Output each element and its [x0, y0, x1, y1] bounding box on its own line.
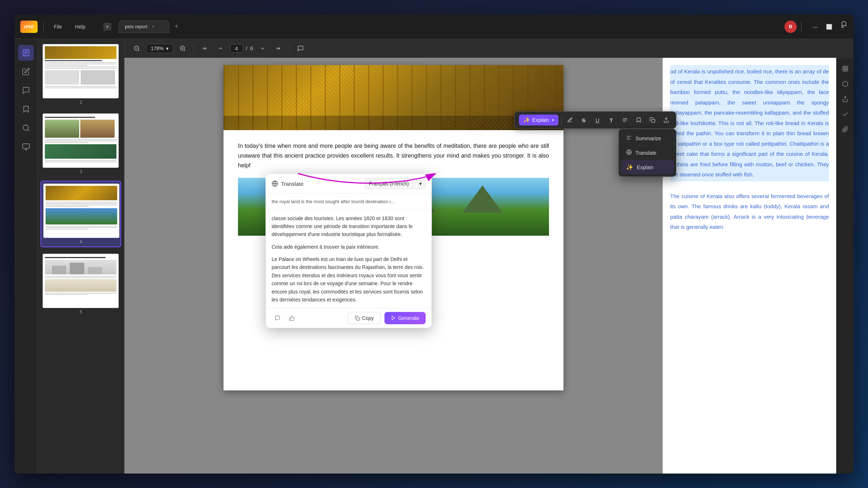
thumb-image-4: [43, 184, 119, 238]
right-action-chart[interactable]: [839, 62, 852, 75]
next-page-btn[interactable]: [256, 42, 269, 55]
translate-label-btn[interactable]: Translate: [272, 180, 303, 187]
title-bar: UPDF File Help ▾ pets report × + B — ⬜ ✕: [14, 14, 854, 39]
right-action-share[interactable]: [839, 93, 852, 106]
lang-arrow-icon: ▾: [419, 181, 422, 187]
export-icon[interactable]: [661, 115, 672, 125]
right-text-panel: od of Kerala is unpolished rice. boiled …: [663, 58, 836, 474]
thumb-page-number-5: 5: [43, 309, 119, 314]
underline-icon[interactable]: U: [592, 115, 603, 125]
prev-page-btn[interactable]: [214, 42, 227, 55]
explain-menu-icon: ✨: [626, 164, 633, 171]
right-action-3d[interactable]: [839, 77, 852, 90]
strikethrough-icon[interactable]: S: [578, 115, 589, 125]
thumb-page-number-4: 4: [43, 239, 118, 244]
sidebar-icon-bookmark[interactable]: [18, 101, 34, 117]
help-menu[interactable]: Help: [71, 22, 90, 32]
menu-summarize[interactable]: Summarize: [621, 131, 674, 146]
tab-pets-report[interactable]: pets report ×: [119, 21, 169, 33]
pdf-text-content: In today's time when more and more peopl…: [238, 143, 549, 168]
translated-para-2: Cela aide également à trouver la paix in…: [272, 243, 426, 251]
current-page-input[interactable]: [230, 44, 243, 53]
first-page-btn[interactable]: [198, 42, 211, 55]
floating-toolbar: ✨ Explain ▾ S U T: [514, 111, 676, 129]
title-divider: [43, 21, 44, 32]
svg-rect-34: [357, 318, 359, 321]
main-layout: 2: [14, 39, 854, 474]
translated-text: classe sociale des touristes. Les années…: [266, 210, 431, 308]
tab-close-btn[interactable]: ×: [150, 24, 156, 30]
last-page-btn[interactable]: [272, 42, 285, 55]
translated-para-1: classe sociale des touristes. Les années…: [272, 214, 426, 239]
copy-button[interactable]: Copy: [348, 312, 381, 324]
source-text: the royal land is the most sought after …: [266, 194, 431, 210]
minimize-btn[interactable]: —: [810, 22, 820, 32]
svg-rect-37: [843, 66, 848, 71]
pdf-main-text: In today's time when more and more peopl…: [238, 141, 549, 171]
page-separator: /: [246, 46, 247, 51]
menu-translate[interactable]: Translate: [621, 146, 674, 160]
translated-para-3: Le Palace on Wheels est un train de luxe…: [272, 255, 426, 304]
svg-marker-35: [392, 316, 395, 320]
tab-add-btn[interactable]: +: [171, 21, 182, 33]
tab-container: pets report × +: [119, 21, 182, 33]
sidebar-icon-search[interactable]: [18, 120, 34, 136]
footer-chat-icon[interactable]: [272, 312, 283, 324]
right-action-panel: [836, 58, 854, 474]
menu-explain[interactable]: ✨ Explain: [621, 160, 674, 174]
footer-actions: Copy Generate: [348, 312, 426, 324]
text-color-icon[interactable]: T: [606, 115, 617, 125]
content-area: 178% ▾: [124, 39, 854, 474]
kerala-text-normal: The cuisine of Kerala also offers severa…: [670, 191, 829, 232]
toolbar: 178% ▾: [124, 39, 854, 58]
thumbnail-page-5[interactable]: 5: [41, 252, 121, 317]
toolbar-divider: [561, 116, 562, 124]
thumbnail-page-3[interactable]: 3: [41, 111, 121, 176]
thumb-image-5: [43, 254, 119, 308]
zoom-out-btn[interactable]: [130, 42, 143, 55]
align-icon[interactable]: [620, 115, 630, 125]
svg-line-13: [184, 50, 185, 51]
generate-button[interactable]: Generate: [384, 312, 426, 324]
sidebar-icon-edit[interactable]: [18, 64, 34, 80]
thumbnail-panel[interactable]: 2: [38, 39, 124, 474]
page-navigation: / 6: [230, 44, 253, 53]
comment-btn[interactable]: [294, 42, 307, 55]
thumb-page-number-2: 2: [43, 100, 119, 105]
translate-icon: [626, 149, 632, 157]
thumb-image-3: [43, 114, 119, 168]
page-header-image: [224, 65, 563, 130]
explain-btn[interactable]: ✨ Explain ▾: [519, 115, 558, 125]
language-value: Français (French): [369, 181, 409, 187]
total-pages: 6: [250, 46, 253, 51]
language-select[interactable]: Français (French) ▾: [365, 178, 426, 189]
maximize-btn[interactable]: ⬜: [824, 22, 834, 32]
thumbnail-page-4[interactable]: 4: [41, 181, 121, 247]
updf-logo: UPDF: [20, 21, 38, 33]
translate-header-label: Translate: [281, 181, 303, 187]
sidebar-icon-comment[interactable]: [18, 82, 34, 98]
right-action-clip[interactable]: [839, 123, 852, 136]
svg-rect-6: [22, 144, 29, 149]
translate-label: Translate: [635, 150, 656, 156]
explain-icon: ✨: [523, 117, 530, 123]
tab-label: pets report: [125, 24, 147, 29]
file-menu[interactable]: File: [50, 22, 67, 32]
svg-rect-25: [652, 119, 655, 123]
thumbnail-page-2[interactable]: 2: [41, 42, 121, 107]
pdf-viewer[interactable]: In today's time when more and more peopl…: [124, 58, 854, 474]
zoom-display[interactable]: 178% ▾: [146, 44, 173, 53]
footer-thumb-icon[interactable]: [286, 312, 298, 324]
sidebar-icon-pages[interactable]: [18, 139, 34, 155]
kerala-text-part1: od of Kerala is unpolished rice. boiled …: [670, 68, 829, 177]
explain-menu-label: Explain: [637, 164, 654, 170]
sidebar-icon-document[interactable]: [18, 45, 34, 61]
bookmark-icon[interactable]: [633, 115, 644, 125]
highlight-icon[interactable]: [565, 115, 575, 125]
copy-format-icon[interactable]: [647, 115, 658, 125]
app-window: UPDF File Help ▾ pets report × + B — ⬜ ✕: [14, 14, 854, 474]
explain-label: Explain: [532, 117, 549, 123]
user-avatar[interactable]: B: [784, 21, 797, 33]
right-action-check[interactable]: [839, 108, 852, 121]
zoom-in-btn[interactable]: [176, 42, 189, 55]
